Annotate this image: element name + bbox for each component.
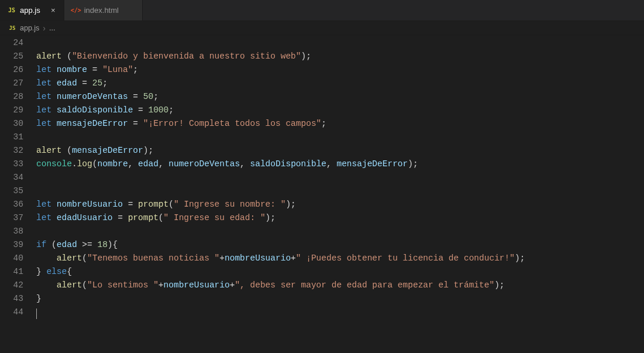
code-line[interactable] [36, 184, 644, 198]
line-number: 30 [0, 117, 36, 131]
line-number: 40 [0, 252, 36, 265]
code-line[interactable]: alert("Tenemos buenas noticias "+nombreU… [36, 252, 644, 265]
code-line[interactable] [36, 225, 644, 238]
line-number: 24 [0, 36, 36, 50]
line-number: 36 [0, 198, 36, 211]
code-line[interactable]: let edad = 25; [36, 77, 644, 90]
code-line[interactable]: alert("Lo sentimos "+nombreUsuario+", de… [36, 279, 644, 292]
breadcrumb[interactable]: JS app.js › ... [0, 21, 644, 35]
line-number: 38 [0, 225, 36, 238]
line-number: 43 [0, 292, 36, 306]
code-line[interactable]: let nombreUsuario = prompt(" Ingrese su … [36, 198, 644, 211]
line-number: 27 [0, 77, 36, 90]
js-icon: JS [8, 24, 16, 32]
code-line[interactable]: console.log(nombre, edad, numeroDeVentas… [36, 157, 644, 171]
code-line[interactable] [36, 171, 644, 184]
line-number: 42 [0, 279, 36, 292]
code-line[interactable] [36, 306, 644, 319]
code-line[interactable]: let edadUsuario = prompt(" Ingrese su ed… [36, 211, 644, 225]
code-line[interactable]: if (edad >= 18){ [36, 238, 644, 252]
code-line[interactable]: let saldoDisponible = 1000; [36, 104, 644, 117]
tab-bar: JSapp.js×</>index.html× [0, 0, 644, 21]
line-number-gutter: 2425262728293031323334353637383940414243… [0, 36, 36, 319]
breadcrumb-file: app.js [20, 24, 39, 32]
line-number: 33 [0, 157, 36, 171]
html-icon: </> [71, 6, 81, 15]
breadcrumb-rest: ... [49, 24, 55, 32]
code-line[interactable]: alert (mensajeDeError); [36, 144, 644, 157]
code-line[interactable]: let mensajeDeError = "¡Error! Completa t… [36, 117, 644, 131]
code-editor[interactable]: 2425262728293031323334353637383940414243… [0, 35, 644, 319]
line-number: 31 [0, 131, 36, 144]
js-icon: JS [7, 6, 16, 15]
line-number: 41 [0, 265, 36, 279]
code-line[interactable]: let nombre = "Luna"; [36, 63, 644, 77]
code-content[interactable]: alert ("Bienvenido y bienvenida a nuestr… [36, 36, 644, 319]
line-number: 34 [0, 171, 36, 184]
tab-index-html[interactable]: </>index.html× [64, 0, 143, 20]
tab-app-js[interactable]: JSapp.js× [0, 0, 64, 20]
code-line[interactable] [36, 131, 644, 144]
line-number: 25 [0, 50, 36, 63]
line-number: 32 [0, 144, 36, 157]
close-icon[interactable]: × [49, 6, 58, 15]
line-number: 44 [0, 306, 36, 319]
code-line[interactable]: alert ("Bienvenido y bienvenida a nuestr… [36, 50, 644, 63]
line-number: 35 [0, 184, 36, 198]
line-number: 39 [0, 238, 36, 252]
code-line[interactable]: let numeroDeVentas = 50; [36, 90, 644, 104]
code-line[interactable]: } else{ [36, 265, 644, 279]
tab-label: app.js [20, 6, 40, 15]
code-line[interactable] [36, 36, 644, 50]
line-number: 28 [0, 90, 36, 104]
text-cursor [36, 309, 37, 319]
line-number: 37 [0, 211, 36, 225]
line-number: 26 [0, 63, 36, 77]
code-line[interactable]: } [36, 292, 644, 306]
tab-label: index.html [84, 6, 119, 15]
line-number: 29 [0, 104, 36, 117]
chevron-right-icon: › [43, 24, 46, 32]
